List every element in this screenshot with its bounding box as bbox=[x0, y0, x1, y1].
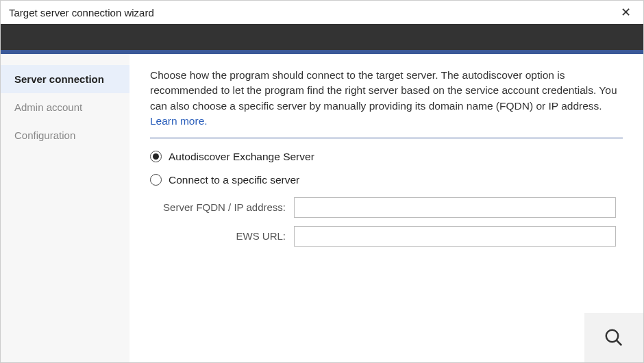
sidebar-item-server-connection[interactable]: Server connection bbox=[1, 65, 129, 93]
sidebar-item-label: Configuration bbox=[14, 129, 75, 141]
ribbon-dark bbox=[1, 24, 643, 50]
main-panel: Choose how the program should connect to… bbox=[129, 54, 643, 362]
radio-button-icon[interactable] bbox=[150, 174, 162, 186]
fqdn-input[interactable] bbox=[294, 197, 616, 218]
form-row-ews: EWS URL: bbox=[150, 226, 623, 247]
radio-label: Autodiscover Exchange Server bbox=[169, 151, 314, 163]
svg-point-0 bbox=[606, 330, 619, 342]
learn-more-link[interactable]: Learn more. bbox=[150, 115, 208, 127]
radio-autodiscover[interactable]: Autodiscover Exchange Server bbox=[150, 151, 623, 163]
intro-paragraph: Choose how the program should connect to… bbox=[150, 68, 623, 129]
section-divider bbox=[150, 138, 623, 138]
sidebar-item-configuration[interactable]: Configuration bbox=[1, 121, 129, 149]
svg-line-1 bbox=[617, 340, 622, 346]
radio-button-icon[interactable] bbox=[150, 151, 162, 162]
body: Server connection Admin account Configur… bbox=[1, 54, 643, 362]
search-button[interactable] bbox=[584, 313, 643, 362]
sidebar-item-label: Admin account bbox=[14, 101, 82, 113]
radio-specific-server[interactable]: Connect to a specific server bbox=[150, 174, 623, 186]
sidebar-item-label: Server connection bbox=[14, 73, 104, 85]
ews-label: EWS URL: bbox=[150, 230, 294, 242]
sidebar: Server connection Admin account Configur… bbox=[1, 54, 129, 362]
window-title: Target server connection wizard bbox=[9, 7, 154, 18]
intro-text: Choose how the program should connect to… bbox=[150, 69, 617, 112]
radio-dot-icon bbox=[153, 153, 159, 160]
radio-label: Connect to a specific server bbox=[169, 174, 299, 186]
close-icon[interactable]: ✕ bbox=[617, 3, 635, 21]
sidebar-item-admin-account[interactable]: Admin account bbox=[1, 93, 129, 121]
search-icon bbox=[604, 327, 624, 348]
fqdn-label: Server FQDN / IP address: bbox=[150, 201, 294, 213]
ews-url-input[interactable] bbox=[294, 226, 616, 247]
titlebar: Target server connection wizard ✕ bbox=[1, 1, 643, 24]
form-row-fqdn: Server FQDN / IP address: bbox=[150, 197, 623, 218]
